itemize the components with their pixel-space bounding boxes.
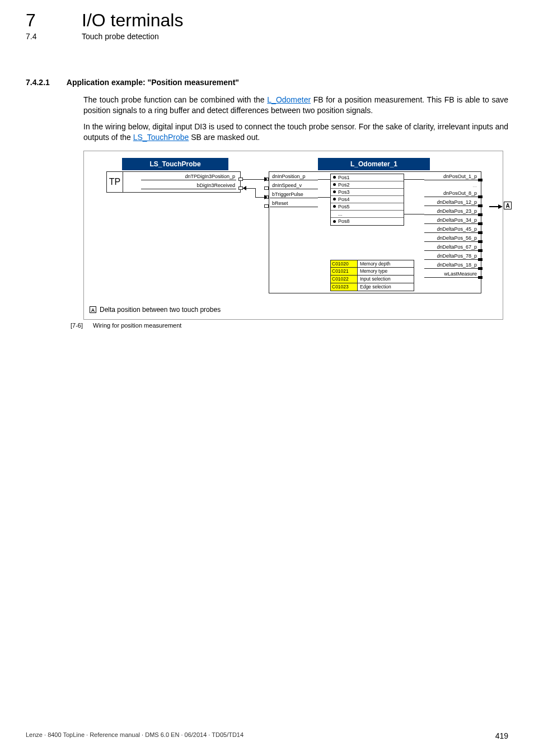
para1-text-a: The touch probe function can be combined… xyxy=(83,95,267,104)
odo-mid-row: Pos2 xyxy=(331,181,404,189)
odo-out-port xyxy=(478,231,483,234)
odo-output-9: dnDeltaPos_78_p xyxy=(424,253,478,260)
section-title: Touch probe detection xyxy=(82,32,159,41)
odo-input-2: bTriggerPulse xyxy=(270,192,318,198)
param-code: C01020 xyxy=(331,260,358,267)
odo-out-port xyxy=(478,179,483,181)
odo-block-title: L_Odometer_1 xyxy=(318,158,430,170)
tp-port-1 xyxy=(238,178,243,181)
param-label: Memory depth xyxy=(358,261,390,267)
wire xyxy=(243,179,264,180)
odo-output-0: dnPosOut_1_p xyxy=(424,174,478,180)
caption-text: Wiring for position measurement xyxy=(93,322,181,329)
odo-mid-row: Pos5 xyxy=(331,203,404,211)
odo-mid-label: Pos8 xyxy=(338,218,350,224)
wire xyxy=(404,214,424,214)
label-a-marker: A xyxy=(504,202,512,209)
odo-out-port xyxy=(478,276,483,279)
tp-block-title: LS_TouchProbe xyxy=(122,158,228,170)
param-row: C01020Memory depth xyxy=(330,260,414,268)
odo-mid-label: Pos5 xyxy=(338,204,350,209)
odo-mid-label: Pos2 xyxy=(338,182,350,188)
figure-caption: [7-6] Wiring for position measurement xyxy=(71,322,508,329)
odo-mid-row: Pos3 xyxy=(331,189,404,196)
odo-mid-table: Pos1 Pos2 Pos3 Pos4 Pos5 ... Pos8 xyxy=(330,174,404,226)
odo-output-3: dnDeltaPos_12_p xyxy=(424,199,478,206)
chapter-title: I/O terminals xyxy=(82,10,183,31)
odo-input-3: bReset xyxy=(270,200,318,207)
diagram-legend: A Delta position between two touch probe… xyxy=(90,306,497,314)
odo-mid-row: Pos1 xyxy=(331,174,404,181)
odo-out-port xyxy=(478,240,483,243)
tp-output-1: dnTPDigIn3Position_p xyxy=(141,174,236,180)
param-label: Memory type xyxy=(358,268,387,274)
odo-mid-row: ... xyxy=(331,211,404,218)
caption-number: [7-6] xyxy=(71,322,83,329)
wire xyxy=(318,179,330,180)
odo-mid-ellipsis: ... xyxy=(338,211,343,217)
wiring-diagram: LS_TouchProbe TP dnTPDigIn3Position_p bD… xyxy=(83,151,503,320)
link-ls-touchprobe[interactable]: LS_TouchProbe xyxy=(133,133,189,142)
footer-page-number: 419 xyxy=(495,731,508,740)
page-footer: Lenze · 8400 TopLine · Reference manual … xyxy=(26,731,508,740)
wire xyxy=(318,197,330,198)
odo-output-4: dnDeltaPos_23_p xyxy=(424,208,478,215)
tp-output-2: bDigIn3Received xyxy=(141,183,236,189)
footer-left: Lenze · 8400 TopLine · Reference manual … xyxy=(26,731,243,740)
legend-text: Delta position between two touch probes xyxy=(100,306,221,314)
divider: _ _ _ _ _ _ _ _ _ _ _ _ _ _ _ _ _ _ _ _ … xyxy=(26,53,508,62)
arrowhead-icon xyxy=(498,204,503,209)
wire xyxy=(255,197,264,198)
odo-output-8: dnDeltaPos_67_p xyxy=(424,244,478,251)
link-l-odometer[interactable]: L_Odometer xyxy=(267,95,311,104)
param-label: Edge selection xyxy=(358,284,391,290)
odo-out-port xyxy=(478,213,483,216)
legend-marker-a: A xyxy=(90,306,96,313)
odo-out-port xyxy=(478,222,483,225)
subsection-number: 7.4.2.1 xyxy=(26,78,50,87)
wire xyxy=(255,188,256,197)
param-code: C01022 xyxy=(331,276,358,283)
odo-in-port-3 xyxy=(264,204,269,208)
odo-input-1: dnInSpeed_v xyxy=(270,183,318,189)
param-row: C01022Input selection xyxy=(330,276,414,283)
tp-port-2 xyxy=(238,186,243,190)
section-number: 7.4 xyxy=(26,32,59,41)
odo-out-port xyxy=(478,195,483,198)
param-label: Input selection xyxy=(358,276,391,282)
odo-output-7: dnDeltaPos_56_p xyxy=(424,235,478,242)
odo-out-port xyxy=(478,258,483,261)
wire xyxy=(404,179,424,180)
odo-out-port xyxy=(478,267,483,270)
odo-output-11: wLastMeasure xyxy=(424,271,478,278)
odo-output-2: dnPosOut_8_p xyxy=(424,190,478,197)
para2-text-b: SB are masked out. xyxy=(189,133,260,142)
paragraph-1: The touch probe function can be combined… xyxy=(83,95,508,116)
tp-badge: TP xyxy=(106,171,123,193)
odo-in-port-1 xyxy=(264,186,269,190)
odo-out-port xyxy=(478,204,483,207)
arrowhead-icon xyxy=(264,195,268,199)
odo-mid-row: Pos4 xyxy=(331,196,404,203)
odo-param-table: C01020Memory depth C01021Memory type C01… xyxy=(330,260,414,291)
odo-input-0: dnInPosition_p xyxy=(270,174,318,180)
arrowhead-icon xyxy=(243,186,246,190)
odo-output-10: dnDeltaPos_18_p xyxy=(424,262,478,269)
odo-out-port xyxy=(478,249,483,252)
param-code: C01021 xyxy=(331,268,358,275)
paragraph-2: In the wiring below, digital input DI3 i… xyxy=(83,122,508,143)
param-code: C01023 xyxy=(331,283,358,291)
odo-mid-label: Pos1 xyxy=(338,175,350,180)
subsection-title: Application example: "Position measureme… xyxy=(67,78,239,87)
odo-output-1: ... xyxy=(424,183,478,189)
odo-mid-label: Pos3 xyxy=(338,189,350,195)
param-row: C01021Memory type xyxy=(330,268,414,276)
chapter-number: 7 xyxy=(26,10,59,31)
odo-output-5: dnDeltaPos_34_p xyxy=(424,217,478,224)
odo-mid-label: Pos4 xyxy=(338,197,350,202)
arrowhead-icon xyxy=(264,177,268,181)
odo-output-6: dnDeltaPos_45_p xyxy=(424,226,478,233)
param-row: C01023Edge selection xyxy=(330,283,414,291)
